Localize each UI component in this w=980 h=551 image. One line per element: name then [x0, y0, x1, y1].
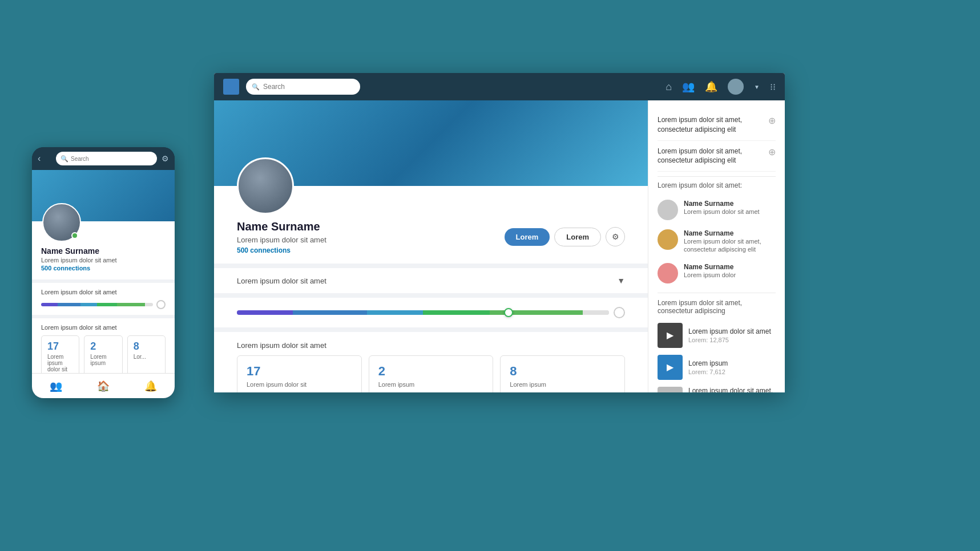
- phone-connections[interactable]: 500 connections: [41, 265, 166, 272]
- sidebar-media-2-title: Lorem ipsum: [688, 359, 728, 368]
- phone-online-indicator: [71, 232, 78, 239]
- phone-progress-row: [41, 300, 166, 309]
- stats-grid: 17 Lorem ipsum dolor sit 2 Lorem ipsum 8…: [237, 355, 625, 392]
- sidebar-person-1-name: Name Surname: [684, 200, 760, 208]
- sidebar-media-1-info: Lorem ipsum dolor sit amet Lorem: 12,875: [688, 327, 771, 343]
- phone-stat-number-1: 17: [47, 341, 73, 353]
- sidebar-person-3-info: Name Surname Lorem ipsum dolor: [684, 263, 736, 279]
- sidebar-media-3-info: Lorem ipsum dolor sit amet, consectetur …: [688, 387, 776, 392]
- phone-progress-seg4: [97, 303, 117, 306]
- progress-segments: [237, 310, 609, 315]
- profile-text-info: Name Surname Lorem ipsum dolor sit amet …: [237, 220, 505, 254]
- sidebar-media-1-sub: Lorem: 12,875: [688, 337, 771, 343]
- phone-nav-bell-icon[interactable]: 🔔: [144, 380, 157, 392]
- sidebar-suggestion-2-title: Lorem ipsum dolor sit amet, consectetur …: [658, 147, 764, 166]
- caret-down-icon[interactable]: ▼: [754, 84, 760, 90]
- phone-progress-seg5: [117, 303, 145, 306]
- sidebar-media-3[interactable]: ▶ Lorem ipsum dolor sit amet, consectetu…: [658, 383, 776, 392]
- phone-stat-card-1: 17 Lorem ipsum dolor sit: [41, 335, 79, 373]
- phone-nav-people-icon[interactable]: 👥: [50, 380, 62, 392]
- phone-progress-circle: [156, 300, 166, 309]
- stats-label: Lorem ipsum dolor sit amet: [237, 341, 625, 350]
- sidebar-media-1-thumb: ▶: [658, 323, 683, 348]
- dropdown-section[interactable]: Lorem ipsum dolor sit amet ▼: [214, 268, 648, 293]
- progress-seg1: [237, 310, 293, 315]
- sidebar-divider-1: [658, 176, 776, 177]
- phone-content: Name Surname Lorem ipsum dolor sit amet …: [32, 170, 175, 373]
- phone-mockup: ‹ 🔍 ⚙ Name Surname Lorem ipsum dolor sit…: [32, 147, 175, 398]
- profile-name: Name Surname: [237, 220, 505, 233]
- browser-topbar: 🔍 ⌂ 👥 🔔 ▼ ⁝⁝: [214, 73, 785, 100]
- sidebar-person-1-info: Name Surname Lorem ipsum dolor sit amet: [684, 200, 760, 216]
- phone-progress-seg2: [58, 303, 80, 306]
- sidebar-media-2-thumb: ▶: [658, 355, 683, 380]
- progress-seg4: [423, 310, 490, 315]
- phone-nav-home-icon[interactable]: 🏠: [97, 380, 110, 392]
- phone-progress-seg6: [145, 303, 153, 306]
- sidebar-person-2[interactable]: Name Surname Lorem ipsum dolor sit amet,…: [658, 225, 776, 258]
- profile-avatar-container: [237, 157, 294, 214]
- progress-row: [237, 307, 625, 318]
- sidebar-divider-2: [658, 293, 776, 293]
- sidebar-person-3-avatar: [658, 263, 678, 283]
- sidebar-media-label: Lorem ipsum dolor sit amet, consectetur …: [658, 299, 776, 315]
- stat-number-3: 8: [510, 364, 615, 379]
- progress-seg2: [293, 310, 367, 315]
- profile-connections[interactable]: 500 connections: [237, 246, 505, 254]
- phone-stats-section: Lorem ipsum dolor sit amet 17 Lorem ipsu…: [32, 318, 175, 373]
- phone-stat-number-3: 8: [134, 341, 159, 353]
- profile-cover-photo: [214, 100, 648, 186]
- more-options-button[interactable]: ⚙: [606, 227, 625, 246]
- browser-search-icon: 🔍: [252, 83, 260, 91]
- browser-search-bar[interactable]: 🔍: [246, 79, 360, 95]
- progress-thumb[interactable]: [504, 308, 513, 317]
- people-icon[interactable]: 👥: [682, 80, 695, 93]
- sidebar-person-3-sub: Lorem ipsum dolor: [684, 271, 736, 279]
- sidebar-people-label: Lorem ipsum dolor sit amet:: [658, 181, 776, 189]
- message-button[interactable]: Lorem: [554, 228, 601, 246]
- phone-search-input[interactable]: [71, 156, 152, 162]
- sidebar-suggestion-2-row: Lorem ipsum dolor sit amet, consectetur …: [658, 147, 776, 166]
- stats-section: Lorem ipsum dolor sit amet 17 Lorem ipsu…: [214, 332, 648, 392]
- phone-profile-name: Name Surname: [41, 246, 166, 256]
- sidebar-suggestion-2[interactable]: Lorem ipsum dolor sit amet, consectetur …: [658, 141, 776, 172]
- stat-label-1: Lorem ipsum dolor sit: [247, 381, 352, 388]
- home-icon[interactable]: ⌂: [666, 81, 672, 93]
- sidebar-add-2-icon[interactable]: ⊕: [768, 147, 776, 157]
- phone-progress-section: Lorem ipsum dolor sit amet: [32, 283, 175, 315]
- sidebar-person-3[interactable]: Name Surname Lorem ipsum dolor: [658, 258, 776, 288]
- grid-icon[interactable]: ⁝⁝: [770, 82, 776, 92]
- topbar-icons: ⌂ 👥 🔔 ▼ ⁝⁝: [666, 79, 776, 95]
- dropdown-label: Lorem ipsum dolor sit amet: [237, 277, 326, 285]
- phone-profile-tagline: Lorem ipsum dolor sit amet: [41, 257, 166, 264]
- sidebar-suggestion-1[interactable]: Lorem ipsum dolor sit amet, consectetur …: [658, 110, 776, 141]
- stat-card-3: 8 Lorem ipsum: [500, 355, 625, 392]
- browser-window: 🔍 ⌂ 👥 🔔 ▼ ⁝⁝ Name Surname: [214, 73, 785, 392]
- sidebar-suggestion-1-title: Lorem ipsum dolor sit amet, consectetur …: [658, 115, 764, 135]
- phone-search-bar[interactable]: 🔍: [56, 152, 157, 165]
- dropdown-arrow-icon: ▼: [617, 276, 625, 285]
- right-sidebar: Lorem ipsum dolor sit amet, consectetur …: [648, 100, 785, 392]
- phone-avatar-container: [42, 203, 81, 242]
- sidebar-person-1[interactable]: Name Surname Lorem ipsum dolor sit amet: [658, 195, 776, 225]
- play-icon-2: ▶: [667, 362, 674, 372]
- connect-button[interactable]: Lorem: [505, 228, 550, 246]
- browser-search-input[interactable]: [263, 83, 354, 91]
- phone-stat-number-2: 2: [90, 341, 116, 353]
- phone-stat-card-2: 2 Lorem ipsum: [84, 335, 122, 373]
- profile-avatar: [237, 157, 294, 214]
- user-avatar[interactable]: [728, 79, 744, 95]
- stat-card-1: 17 Lorem ipsum dolor sit: [237, 355, 362, 392]
- profile-tagline: Lorem ipsum dolor sit amet: [237, 236, 505, 244]
- phone-back-button[interactable]: ‹: [38, 153, 51, 164]
- sidebar-person-2-sub: Lorem ipsum dolor sit amet, consectetur …: [684, 237, 776, 254]
- sidebar-add-1-icon[interactable]: ⊕: [768, 115, 776, 126]
- stat-number-1: 17: [247, 364, 352, 379]
- phone-progress-seg3: [80, 303, 97, 306]
- sidebar-person-2-info: Name Surname Lorem ipsum dolor sit amet,…: [684, 229, 776, 254]
- sidebar-suggestion-1-row: Lorem ipsum dolor sit amet, consectetur …: [658, 115, 776, 135]
- sidebar-media-2[interactable]: ▶ Lorem ipsum Lorem: 7,612: [658, 351, 776, 383]
- phone-gear-icon[interactable]: ⚙: [162, 154, 169, 163]
- sidebar-media-1[interactable]: ▶ Lorem ipsum dolor sit amet Lorem: 12,8…: [658, 319, 776, 351]
- bell-icon[interactable]: 🔔: [705, 80, 717, 93]
